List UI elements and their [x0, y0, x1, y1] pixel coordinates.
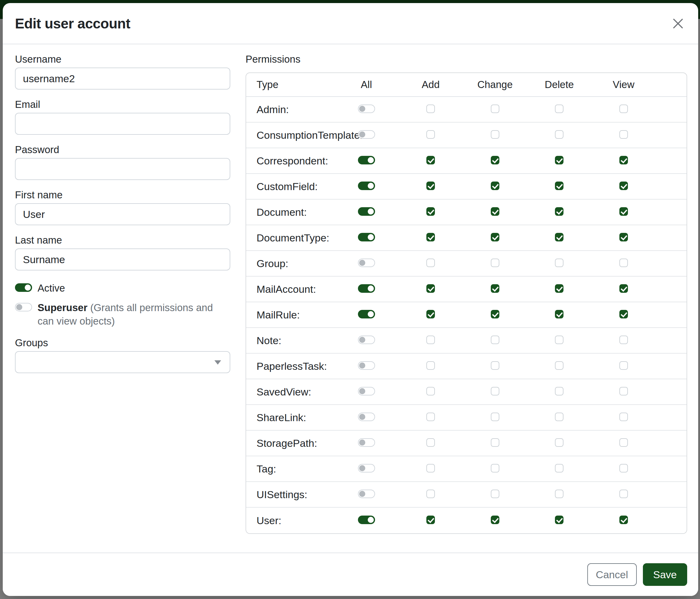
perm-delete-checkbox[interactable] — [555, 156, 564, 164]
perm-delete-checkbox[interactable] — [555, 284, 564, 293]
perm-add-checkbox[interactable] — [426, 336, 435, 344]
perm-delete-checkbox[interactable] — [555, 336, 564, 344]
perm-add-checkbox[interactable] — [426, 233, 435, 241]
perm-view-checkbox[interactable] — [619, 156, 628, 164]
perm-all-toggle[interactable] — [358, 361, 375, 370]
perm-delete-checkbox[interactable] — [555, 516, 564, 524]
perm-all-toggle[interactable] — [358, 104, 375, 113]
perm-all-toggle[interactable] — [358, 516, 375, 524]
perm-delete-checkbox[interactable] — [555, 387, 564, 396]
perm-delete-checkbox[interactable] — [555, 361, 564, 370]
permission-type-label: MailAccount: — [246, 277, 334, 302]
perm-delete-checkbox[interactable] — [555, 310, 564, 318]
perm-all-toggle[interactable] — [358, 284, 375, 293]
cancel-button[interactable]: Cancel — [587, 563, 637, 586]
email-input[interactable] — [15, 113, 230, 135]
perm-delete-checkbox[interactable] — [555, 489, 564, 498]
perm-view-checkbox[interactable] — [619, 336, 628, 344]
perm-all-toggle[interactable] — [358, 310, 375, 318]
perm-change-checkbox[interactable] — [491, 387, 499, 396]
active-toggle[interactable] — [15, 283, 32, 292]
perm-all-toggle[interactable] — [358, 387, 375, 396]
perm-change-checkbox[interactable] — [491, 104, 499, 113]
perm-add-checkbox[interactable] — [426, 259, 435, 267]
superuser-toggle[interactable] — [15, 303, 32, 311]
password-input[interactable] — [15, 158, 230, 180]
save-button[interactable]: Save — [643, 563, 688, 586]
perm-change-checkbox[interactable] — [491, 336, 499, 344]
perm-change-checkbox[interactable] — [491, 233, 499, 241]
perm-all-toggle[interactable] — [358, 233, 375, 241]
perm-add-checkbox[interactable] — [426, 464, 435, 473]
permissions-column-header: Type — [246, 73, 334, 97]
perm-add-checkbox[interactable] — [426, 438, 435, 447]
perm-change-checkbox[interactable] — [491, 438, 499, 447]
perm-view-checkbox[interactable] — [619, 464, 628, 473]
perm-change-checkbox[interactable] — [491, 130, 499, 139]
perm-view-checkbox[interactable] — [619, 387, 628, 396]
perm-all-toggle[interactable] — [358, 259, 375, 267]
perm-add-checkbox[interactable] — [426, 284, 435, 293]
perm-view-checkbox[interactable] — [619, 516, 628, 524]
perm-add-checkbox[interactable] — [426, 207, 435, 216]
perm-add-checkbox[interactable] — [426, 361, 435, 370]
perm-change-checkbox[interactable] — [491, 259, 499, 267]
perm-change-checkbox[interactable] — [491, 182, 499, 190]
perm-change-checkbox[interactable] — [491, 516, 499, 524]
perm-view-checkbox[interactable] — [619, 104, 628, 113]
perm-view-checkbox[interactable] — [619, 130, 628, 139]
perm-change-checkbox[interactable] — [491, 489, 499, 498]
perm-view-checkbox[interactable] — [619, 259, 628, 267]
groups-select[interactable] — [15, 351, 230, 373]
perm-delete-checkbox[interactable] — [555, 130, 564, 139]
permission-row: SavedView: — [246, 379, 686, 405]
perm-delete-checkbox[interactable] — [555, 413, 564, 421]
perm-delete-checkbox[interactable] — [555, 207, 564, 216]
perm-all-toggle[interactable] — [358, 489, 375, 498]
first-name-input[interactable] — [15, 203, 230, 225]
perm-add-checkbox[interactable] — [426, 413, 435, 421]
perm-view-checkbox[interactable] — [619, 182, 628, 190]
perm-view-checkbox[interactable] — [619, 489, 628, 498]
perm-all-toggle[interactable] — [358, 464, 375, 473]
perm-change-checkbox[interactable] — [491, 464, 499, 473]
perm-add-checkbox[interactable] — [426, 104, 435, 113]
perm-add-checkbox[interactable] — [426, 182, 435, 190]
perm-change-checkbox[interactable] — [491, 361, 499, 370]
perm-delete-checkbox[interactable] — [555, 438, 564, 447]
perm-delete-checkbox[interactable] — [555, 233, 564, 241]
perm-delete-checkbox[interactable] — [555, 182, 564, 190]
perm-add-checkbox[interactable] — [426, 387, 435, 396]
permission-type-label: UISettings: — [246, 482, 334, 508]
perm-add-checkbox[interactable] — [426, 516, 435, 524]
perm-change-checkbox[interactable] — [491, 310, 499, 318]
perm-change-checkbox[interactable] — [491, 284, 499, 293]
perm-change-checkbox[interactable] — [491, 156, 499, 164]
perm-all-toggle[interactable] — [358, 438, 375, 447]
perm-all-toggle[interactable] — [358, 156, 375, 164]
perm-all-toggle[interactable] — [358, 336, 375, 344]
close-button[interactable] — [669, 14, 687, 33]
perm-add-checkbox[interactable] — [426, 489, 435, 498]
perm-view-checkbox[interactable] — [619, 310, 628, 318]
perm-all-toggle[interactable] — [358, 413, 375, 421]
perm-delete-checkbox[interactable] — [555, 259, 564, 267]
perm-view-checkbox[interactable] — [619, 233, 628, 241]
perm-view-checkbox[interactable] — [619, 361, 628, 370]
perm-view-checkbox[interactable] — [619, 438, 628, 447]
last-name-input[interactable] — [15, 248, 230, 270]
perm-delete-checkbox[interactable] — [555, 464, 564, 473]
perm-change-checkbox[interactable] — [491, 413, 499, 421]
perm-view-checkbox[interactable] — [619, 284, 628, 293]
perm-add-checkbox[interactable] — [426, 310, 435, 318]
perm-view-checkbox[interactable] — [619, 207, 628, 216]
perm-add-checkbox[interactable] — [426, 130, 435, 139]
perm-change-checkbox[interactable] — [491, 207, 499, 216]
perm-all-toggle[interactable] — [358, 207, 375, 216]
perm-all-toggle[interactable] — [358, 130, 375, 139]
perm-view-checkbox[interactable] — [619, 413, 628, 421]
perm-add-checkbox[interactable] — [426, 156, 435, 164]
username-input[interactable] — [15, 68, 230, 90]
perm-all-toggle[interactable] — [358, 182, 375, 190]
perm-delete-checkbox[interactable] — [555, 104, 564, 113]
